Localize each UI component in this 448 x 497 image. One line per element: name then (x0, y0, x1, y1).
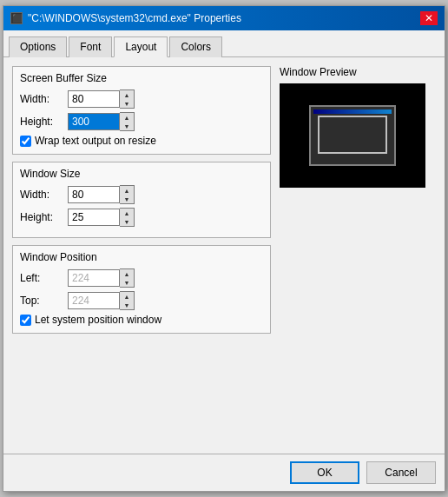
window-size-height-label: Height: (20, 211, 68, 223)
window-size-section: Window Size Width: ▲ ▼ Height: (12, 162, 271, 238)
window-size-height-down[interactable]: ▼ (120, 217, 134, 226)
window-size-height-input[interactable] (68, 209, 120, 226)
tab-colors[interactable]: Colors (169, 36, 222, 57)
tab-options[interactable]: Options (9, 36, 67, 57)
window-size-height-spinner: ▲ ▼ (68, 208, 135, 227)
screen-buffer-height-spinner: ▲ ▼ (68, 112, 135, 131)
window-pos-left-down[interactable]: ▼ (120, 278, 134, 287)
window-size-width-label: Width: (20, 189, 68, 201)
window-size-width-row: Width: ▲ ▼ (20, 185, 263, 204)
window-preview-box (280, 83, 425, 188)
screen-buffer-height-label: Height: (20, 116, 68, 128)
system-pos-checkbox[interactable] (20, 315, 31, 326)
window-pos-left-spinner: ▲ ▼ (68, 268, 135, 288)
screen-buffer-section: Screen Buffer Size Width: ▲ ▼ Height: (12, 66, 271, 155)
tab-layout[interactable]: Layout (114, 36, 168, 57)
window-size-width-spinner-btns: ▲ ▼ (120, 185, 135, 204)
window-size-height-up[interactable]: ▲ (120, 209, 134, 217)
left-panel: Screen Buffer Size Width: ▲ ▼ Height: (12, 66, 271, 445)
window-position-section: Window Position Left: ▲ ▼ Top: (12, 245, 271, 334)
screen-buffer-height-row: Height: ▲ ▼ (20, 112, 263, 131)
window-pos-left-up[interactable]: ▲ (120, 269, 134, 278)
window-size-height-row: Height: ▲ ▼ (20, 208, 263, 227)
screen-buffer-width-down[interactable]: ▼ (120, 99, 134, 108)
screen-buffer-width-label: Width: (20, 93, 68, 105)
window-pos-left-input[interactable] (68, 269, 120, 287)
window-pos-top-spinner: ▲ ▼ (68, 291, 135, 310)
window-size-width-up[interactable]: ▲ (120, 186, 134, 195)
close-button[interactable]: ✕ (420, 11, 438, 25)
window-pos-top-spinner-btns: ▲ ▼ (120, 291, 135, 310)
window-size-width-input[interactable] (68, 186, 120, 203)
title-bar-left: ⬛ "C:\WINDOWS\system32\cmd.exe" Properti… (10, 12, 241, 24)
mini-window (309, 105, 396, 166)
screen-buffer-width-spinner: ▲ ▼ (68, 89, 135, 109)
window-pos-top-down[interactable]: ▼ (120, 301, 134, 309)
tab-font[interactable]: Font (69, 36, 112, 57)
dialog-footer: OK Cancel (3, 454, 445, 491)
window-pos-top-up[interactable]: ▲ (120, 292, 134, 301)
window-pos-top-row: Top: ▲ ▼ (20, 291, 263, 310)
app-icon: ⬛ (10, 12, 23, 24)
screen-buffer-width-up[interactable]: ▲ (120, 90, 134, 99)
window-size-width-spinner: ▲ ▼ (68, 185, 135, 204)
window-size-height-spinner-btns: ▲ ▼ (120, 208, 135, 227)
title-bar: ⬛ "C:\WINDOWS\system32\cmd.exe" Properti… (3, 6, 445, 30)
window-preview-label: Window Preview (280, 66, 436, 78)
ok-button[interactable]: OK (290, 461, 359, 484)
system-pos-row: Let system position window (20, 314, 263, 326)
window-size-width-down[interactable]: ▼ (120, 195, 134, 203)
wrap-text-row: Wrap text output on resize (20, 135, 263, 147)
screen-buffer-width-row: Width: ▲ ▼ (20, 89, 263, 109)
screen-buffer-title: Screen Buffer Size (20, 72, 263, 84)
window-position-title: Window Position (20, 251, 263, 263)
window-pos-left-label: Left: (20, 272, 68, 284)
tab-content: Screen Buffer Size Width: ▲ ▼ Height: (3, 57, 445, 454)
screen-buffer-width-input[interactable] (68, 90, 120, 108)
mini-window-inner (318, 116, 387, 154)
screen-buffer-height-input[interactable] (68, 113, 120, 130)
cancel-button[interactable]: Cancel (366, 461, 436, 484)
right-panel: Window Preview (280, 66, 436, 445)
wrap-text-label: Wrap text output on resize (35, 135, 156, 147)
window-pos-top-input[interactable] (68, 292, 120, 309)
screen-buffer-width-spinner-btns: ▲ ▼ (120, 89, 135, 109)
window-size-title: Window Size (20, 168, 263, 180)
screen-buffer-height-down[interactable]: ▼ (120, 122, 134, 130)
tab-bar: Options Font Layout Colors (3, 30, 445, 57)
screen-buffer-height-up[interactable]: ▲ (120, 113, 134, 122)
system-pos-label: Let system position window (35, 314, 161, 326)
properties-dialog: ⬛ "C:\WINDOWS\system32\cmd.exe" Properti… (3, 5, 445, 492)
window-pos-top-label: Top: (20, 295, 68, 307)
window-pos-left-spinner-btns: ▲ ▼ (120, 268, 135, 288)
screen-buffer-height-spinner-btns: ▲ ▼ (120, 112, 135, 131)
window-pos-left-row: Left: ▲ ▼ (20, 268, 263, 288)
mini-titlebar (313, 109, 392, 114)
wrap-text-checkbox[interactable] (20, 136, 31, 147)
dialog-title: "C:\WINDOWS\system32\cmd.exe" Properties (28, 12, 241, 24)
